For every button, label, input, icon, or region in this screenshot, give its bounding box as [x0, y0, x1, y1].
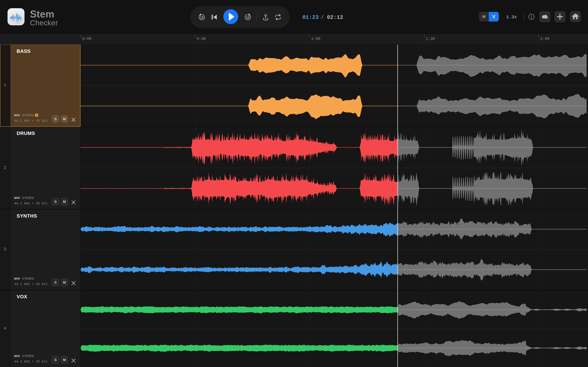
- svg-text:10: 10: [200, 16, 204, 19]
- svg-text:10: 10: [246, 16, 250, 19]
